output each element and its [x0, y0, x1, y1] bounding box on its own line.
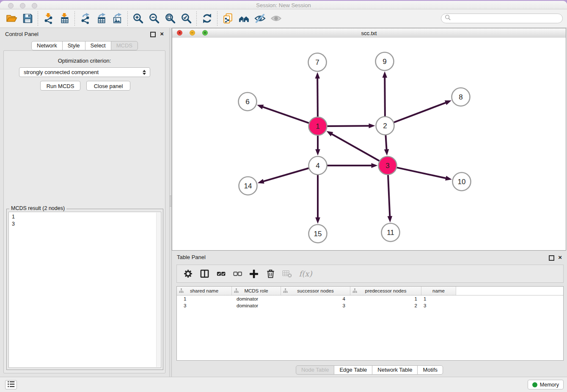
table-cell: 3: [177, 303, 232, 308]
network-window-titlebar[interactable]: scc.txt: [172, 28, 566, 38]
graph-edge-1-7[interactable]: [317, 77, 318, 117]
column-header-label: predecessor nodes: [365, 288, 407, 293]
mcds-result-list[interactable]: 1 3: [8, 212, 161, 368]
import-network-button[interactable]: [40, 11, 56, 27]
select-all-rows-button[interactable]: [214, 267, 228, 281]
tab-motifs[interactable]: Motifs: [417, 365, 443, 375]
deselect-all-rows-button[interactable]: [231, 267, 244, 281]
main-toolbar: [0, 9, 567, 28]
search-input[interactable]: [451, 15, 562, 22]
tab-node-table[interactable]: Node Table: [296, 365, 335, 375]
graph-edge-1-6[interactable]: [261, 106, 309, 123]
graph-edge-1-2[interactable]: [327, 126, 371, 126]
float-panel-icon[interactable]: [150, 32, 156, 37]
tab-mcds[interactable]: MCDS: [111, 41, 138, 50]
app-titlebar[interactable]: Session: New Session: [0, 1, 567, 9]
open-session-button[interactable]: [3, 11, 19, 27]
uncheck-all-icon: [232, 268, 243, 279]
frame-zoom-button[interactable]: [202, 30, 208, 36]
export-image-icon: [112, 13, 123, 24]
first-neighbors-button[interactable]: [236, 11, 252, 27]
import-network-icon: [43, 13, 54, 24]
column-header-successor-nodes[interactable]: successor nodes: [281, 287, 350, 295]
export-table-button[interactable]: [93, 11, 109, 27]
hide-eye-icon: [254, 13, 266, 24]
float-table-panel-icon[interactable]: [549, 255, 554, 261]
frame-minimize-button[interactable]: [190, 30, 195, 36]
network-canvas[interactable]: 1234678910111415: [172, 38, 566, 250]
save-session-button[interactable]: [19, 11, 36, 27]
close-panel-icon[interactable]: ×: [160, 31, 164, 36]
import-table-icon: [59, 13, 70, 24]
columns-icon: [199, 268, 210, 279]
task-list-icon: [7, 380, 16, 389]
close-table-panel-icon[interactable]: ×: [558, 254, 562, 260]
export-network-button[interactable]: [77, 11, 93, 27]
mcds-result-text: 1 3: [9, 212, 161, 228]
table-settings-button[interactable]: [181, 267, 195, 281]
status-bar: Memory: [0, 377, 567, 392]
table-row[interactable]: 1dominator411: [177, 295, 563, 302]
graph-node-label: 15: [314, 230, 322, 238]
optimization-criterion-select[interactable]: strongly connected component: [19, 67, 150, 77]
import-table-button[interactable]: [56, 11, 72, 27]
zoom-selected-icon: [181, 13, 192, 24]
hide-selected-button[interactable]: [252, 11, 268, 27]
frame-close-button[interactable]: [177, 30, 182, 36]
search-box[interactable]: [441, 14, 563, 23]
graph-node-label: 6: [245, 98, 249, 106]
memory-status-icon: [532, 382, 537, 387]
dropdown-arrows-icon: [143, 70, 146, 75]
zoom-out-button[interactable]: [146, 11, 162, 27]
graph-edge-2-9[interactable]: [385, 76, 385, 117]
graph-edge-3-1[interactable]: [330, 133, 380, 161]
zoom-in-button[interactable]: [130, 11, 146, 27]
graph-edge-3-10[interactable]: [396, 168, 447, 179]
run-mcds-button[interactable]: Run MCDS: [40, 81, 80, 91]
show-all-button[interactable]: [268, 11, 284, 27]
tab-network-table[interactable]: Network Table: [372, 365, 418, 375]
export-image-button[interactable]: [109, 11, 125, 27]
graph-edge-arrow: [315, 149, 320, 156]
graph-edge-3-11[interactable]: [388, 175, 390, 218]
clone-network-button[interactable]: [220, 11, 236, 27]
graph-node-label: 7: [315, 58, 319, 66]
trash-icon: [265, 268, 276, 279]
column-header-shared-name[interactable]: shared name: [177, 287, 232, 295]
tab-network[interactable]: Network: [31, 41, 63, 50]
table-delete-icon: [282, 268, 292, 279]
column-header-predecessor-nodes[interactable]: predecessor nodes: [350, 287, 421, 295]
delete-columns-button[interactable]: [264, 267, 277, 281]
table-cell: 3: [421, 303, 456, 308]
network-window: scc.txt 1234678910111415: [172, 28, 566, 251]
create-column-button[interactable]: [247, 267, 261, 281]
column-header-name[interactable]: name: [421, 287, 456, 295]
tab-select[interactable]: Select: [85, 41, 111, 50]
graph-edge-2-8[interactable]: [394, 102, 447, 122]
control-panel: Control Panel × NetworkStyleSelectMCDS O…: [0, 28, 169, 377]
network-graph[interactable]: 1234678910111415: [172, 38, 566, 250]
zoom-selected-button[interactable]: [178, 11, 194, 27]
table-cell: 1: [177, 296, 232, 301]
result-scrollbar[interactable]: [156, 213, 160, 367]
toolbar-separator: [196, 11, 197, 26]
table-cell: 2: [350, 303, 421, 308]
task-history-button[interactable]: [5, 380, 17, 389]
mcds-panel: Optimization criterion: strongly connect…: [3, 50, 165, 373]
column-chooser-button[interactable]: [198, 267, 211, 281]
save-icon: [22, 13, 33, 24]
table-row[interactable]: 3dominator323: [177, 302, 563, 309]
zoom-fit-button[interactable]: [162, 11, 178, 27]
graph-node-label: 11: [387, 229, 394, 237]
memory-button[interactable]: Memory: [528, 380, 564, 389]
graph-edge-4-14[interactable]: [262, 168, 309, 182]
apply-layout-button[interactable]: [199, 11, 215, 27]
table-cell: 1: [350, 296, 421, 301]
close-panel-button[interactable]: Close panel: [86, 81, 130, 91]
tab-style[interactable]: Style: [62, 41, 85, 50]
tab-edge-table[interactable]: Edge Table: [334, 365, 372, 375]
graph-edge-arrow: [258, 179, 264, 184]
table-header-row: shared nameMCDS rolesuccessor nodesprede…: [177, 287, 563, 295]
column-header-mcds-role[interactable]: MCDS role: [232, 287, 281, 295]
graph-edge-2-3[interactable]: [385, 135, 386, 151]
